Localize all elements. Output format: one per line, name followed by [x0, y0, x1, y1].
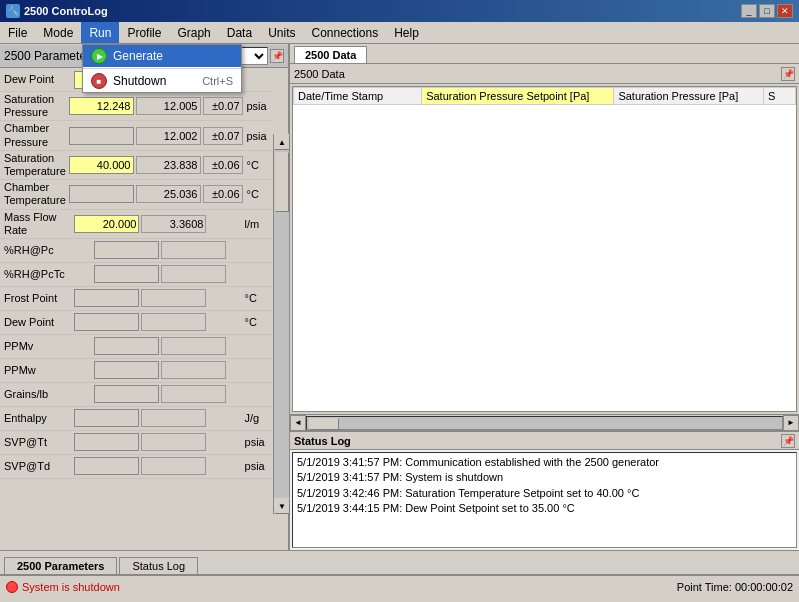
param-row-svp-td: SVP@Td psia [0, 455, 272, 479]
col-sat-pressure: Saturation Pressure [Pa] [614, 88, 764, 105]
data-pin-button[interactable]: 📌 [781, 67, 795, 81]
param-unit-chamber-temp: °C [247, 188, 269, 200]
app-icon: 🔧 [6, 4, 20, 18]
h-scroll-thumb[interactable] [309, 418, 339, 430]
menu-units[interactable]: Units [260, 22, 303, 43]
close-button[interactable]: ✕ [777, 4, 793, 18]
param-label-rh-pc: %RH@Pc [4, 244, 94, 257]
param-readback-flow-rate [141, 215, 206, 233]
data-tab-bar: 2500 Data [290, 44, 799, 64]
param-readback-sat-pressure [136, 97, 201, 115]
data-header-title: 2500 Data [294, 68, 345, 80]
left-scrollbar[interactable]: ▲ ▼ [273, 134, 289, 514]
status-text: System is shutdown [22, 581, 120, 593]
param-unit-frost-point: °C [245, 292, 268, 304]
right-panel: 2500 Data 2500 Data 📌 Date/Time Stamp Sa… [290, 44, 799, 550]
shutdown-label: Shutdown [113, 74, 166, 88]
param-setpoint-frost-point[interactable] [74, 289, 139, 307]
generate-icon [91, 48, 107, 64]
param-label-dewpoint: Dew Point [4, 73, 74, 86]
menu-mode[interactable]: Mode [35, 22, 81, 43]
bottom-tab-status[interactable]: Status Log [119, 557, 198, 574]
param-unit-dewpoint2: °C [245, 316, 268, 328]
param-label-svp-tt: SVP@Tt [4, 436, 74, 449]
h-scroll-track[interactable] [306, 416, 783, 430]
data-tab-2500[interactable]: 2500 Data [294, 46, 367, 63]
param-label-chamber-pressure: ChamberPressure [4, 122, 69, 148]
param-setpoint-grains[interactable] [94, 385, 159, 403]
menu-file[interactable]: File [0, 22, 35, 43]
bottom-tabs: 2500 Parameters Status Log [0, 550, 799, 574]
param-setpoint-dewpoint2[interactable] [74, 313, 139, 331]
minimize-button[interactable]: _ [741, 4, 757, 18]
param-unit-flow-rate: l/m [245, 218, 268, 230]
status-log-title: Status Log [294, 435, 351, 447]
window-controls[interactable]: _ □ ✕ [741, 4, 793, 18]
horizontal-scrollbar[interactable]: ◄ ► [290, 414, 799, 430]
param-readback-enthalpy [141, 409, 206, 427]
param-readback-dewpoint2 [141, 313, 206, 331]
param-label-enthalpy: Enthalpy [4, 412, 74, 425]
param-setpoint-ppmw[interactable] [94, 361, 159, 379]
params-content: Dew Point SaturationPressure psia Chambe… [0, 68, 288, 550]
status-indicator [6, 581, 18, 593]
param-label-grains: Grains/lb [4, 388, 94, 401]
generate-label: Generate [113, 49, 163, 63]
param-readback-chamber-pressure [136, 127, 201, 145]
param-row-ppmv: PPMv [0, 335, 272, 359]
param-row-chamber-pressure: ChamberPressure psia [0, 121, 272, 150]
log-entry-2: 5/1/2019 3:42:46 PM: Saturation Temperat… [297, 486, 792, 501]
generate-menu-item[interactable]: Generate [83, 45, 241, 67]
status-left: System is shutdown [6, 581, 120, 593]
scroll-thumb[interactable] [275, 152, 289, 212]
param-setpoint-sat-temp[interactable] [69, 156, 134, 174]
shutdown-menu-item[interactable]: Shutdown Ctrl+S [83, 70, 241, 92]
param-readback-chamber-temp [136, 185, 201, 203]
param-setpoint-chamber-pressure[interactable] [69, 127, 134, 145]
param-label-frost-point: Frost Point [4, 292, 74, 305]
log-entry-1: 5/1/2019 3:41:57 PM: System is shutdown [297, 470, 792, 485]
main-layout: 2500 Parameters 2500 📌 Dew Point Saturat… [0, 44, 799, 550]
maximize-button[interactable]: □ [759, 4, 775, 18]
param-unit-enthalpy: J/g [245, 412, 268, 424]
param-unit-sat-temp: °C [247, 159, 269, 171]
param-setpoint-ppmv[interactable] [94, 337, 159, 355]
param-tol-chamber-temp [203, 185, 243, 203]
menu-graph[interactable]: Graph [169, 22, 218, 43]
param-setpoint-flow-rate[interactable] [74, 215, 139, 233]
param-row-ppmw: PPMw [0, 359, 272, 383]
col-datetime: Date/Time Stamp [294, 88, 422, 105]
param-setpoint-enthalpy[interactable] [74, 409, 139, 427]
param-setpoint-rh-pctc[interactable] [94, 265, 159, 283]
param-setpoint-rh-pc[interactable] [94, 241, 159, 259]
menu-data[interactable]: Data [219, 22, 260, 43]
param-row-sat-temp: SaturationTemperature °C [0, 151, 272, 180]
param-label-flow-rate: Mass FlowRate [4, 211, 74, 237]
h-scroll-left-button[interactable]: ◄ [290, 415, 306, 431]
param-setpoint-chamber-temp[interactable] [69, 185, 134, 203]
menu-connections[interactable]: Connections [303, 22, 386, 43]
param-unit-chamber-pressure: psia [247, 130, 269, 142]
status-log-pin[interactable]: 📌 [781, 434, 795, 448]
h-scroll-right-button[interactable]: ► [783, 415, 799, 431]
param-setpoint-svp-td[interactable] [74, 457, 139, 475]
param-setpoint-sat-pressure[interactable] [69, 97, 134, 115]
param-row-dewpoint2: Dew Point °C [0, 311, 272, 335]
param-unit-sat-pressure: psia [247, 100, 269, 112]
param-label-rh-pctc: %RH@PcTc [4, 268, 94, 281]
scroll-down-button[interactable]: ▼ [274, 498, 290, 514]
status-log-content: 5/1/2019 3:41:57 PM: Communication estab… [292, 452, 797, 548]
data-table: Date/Time Stamp Saturation Pressure Setp… [293, 87, 796, 105]
scroll-up-button[interactable]: ▲ [274, 134, 290, 150]
param-setpoint-svp-tt[interactable] [74, 433, 139, 451]
menu-help[interactable]: Help [386, 22, 427, 43]
param-readback-ppmv [161, 337, 226, 355]
bottom-tab-params[interactable]: 2500 Parameters [4, 557, 117, 574]
status-log-header: Status Log 📌 [290, 432, 799, 450]
scroll-track[interactable] [274, 150, 289, 498]
pin-button[interactable]: 📌 [270, 49, 284, 63]
left-panel: 2500 Parameters 2500 📌 Dew Point Saturat… [0, 44, 290, 550]
menu-run[interactable]: Run [81, 22, 119, 43]
menu-profile[interactable]: Profile [119, 22, 169, 43]
param-label-dewpoint2: Dew Point [4, 316, 74, 329]
